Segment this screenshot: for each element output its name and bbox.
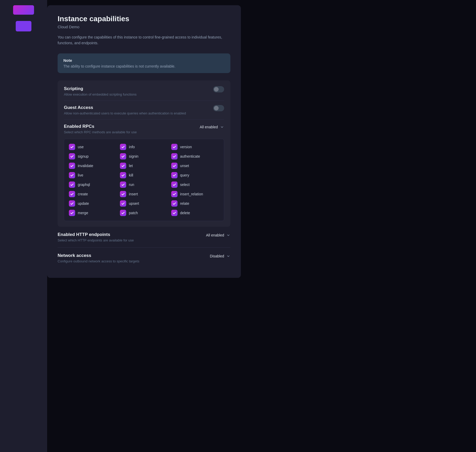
rpc-label: create <box>78 192 88 196</box>
rpc-item[interactable]: signin <box>120 153 168 159</box>
checkmark-icon <box>121 145 125 149</box>
rpc-checkbox[interactable] <box>69 200 75 207</box>
enabled-rpcs-desc: Select which RPC methods are available f… <box>64 130 137 134</box>
rpc-item[interactable]: signup <box>69 153 117 159</box>
modal-subtitle: Cloud Demo <box>58 25 230 29</box>
checkmark-icon <box>173 145 176 149</box>
checkmark-icon <box>70 145 74 149</box>
checkmark-icon <box>173 173 176 177</box>
enabled-rpcs-status: All enabled <box>200 125 218 129</box>
rpc-label: select <box>180 183 190 187</box>
rpc-checkbox[interactable] <box>69 181 75 188</box>
checkmark-icon <box>70 173 74 177</box>
checkmark-icon <box>173 202 176 205</box>
scripting-desc: Allow execution of embedded scripting fu… <box>64 92 137 96</box>
rpc-label: insert <box>129 192 138 196</box>
sidebar-nav-block <box>16 21 31 31</box>
rpc-checkbox[interactable] <box>171 172 178 178</box>
chevron-down-icon <box>220 125 224 129</box>
rpc-label: let <box>129 164 133 168</box>
rpc-grid: use info version signup signin <box>64 139 224 221</box>
network-access-desc: Configure outbound network access to spe… <box>58 259 139 263</box>
network-access-row: Network access Configure outbound networ… <box>58 247 230 268</box>
rpc-checkbox[interactable] <box>69 210 75 216</box>
rpc-checkbox[interactable] <box>120 181 126 188</box>
rpc-item[interactable]: version <box>171 144 219 150</box>
rpc-item[interactable]: graphql <box>69 181 117 188</box>
rpc-item[interactable]: update <box>69 200 117 207</box>
rpc-checkbox[interactable] <box>171 200 178 207</box>
rpc-item[interactable]: create <box>69 191 117 197</box>
rpc-label: graphql <box>78 183 90 187</box>
rpc-label: upsert <box>129 201 139 206</box>
rpc-label: signup <box>78 154 88 158</box>
rpc-checkbox[interactable] <box>171 210 178 216</box>
rpc-item[interactable]: query <box>171 172 219 178</box>
rpc-label: relate <box>180 201 189 206</box>
checkmark-icon <box>173 211 176 215</box>
note-title: Note <box>63 58 225 63</box>
rpc-item[interactable]: let <box>120 163 168 169</box>
chevron-down-icon-http <box>226 233 230 237</box>
checkmark-icon <box>70 164 74 168</box>
rpc-checkbox[interactable] <box>69 153 75 159</box>
checkmark-icon <box>70 202 74 205</box>
rpc-item[interactable]: insert_relation <box>171 191 219 197</box>
rpc-item[interactable]: patch <box>120 210 168 216</box>
network-access-dropdown[interactable]: Disabled <box>210 253 230 259</box>
rpc-checkbox[interactable] <box>171 153 178 159</box>
rpc-checkbox[interactable] <box>69 163 75 169</box>
checkmark-icon <box>70 183 74 186</box>
rpc-item[interactable]: invalidate <box>69 163 117 169</box>
rpc-checkbox[interactable] <box>69 144 75 150</box>
checkmark-icon <box>173 164 176 168</box>
rpc-label: query <box>180 173 189 177</box>
rpc-item[interactable]: select <box>171 181 219 188</box>
rpc-item[interactable]: merge <box>69 210 117 216</box>
guest-access-toggle[interactable] <box>213 105 224 111</box>
rpc-checkbox[interactable] <box>120 191 126 197</box>
rpc-item[interactable]: insert <box>120 191 168 197</box>
checkmark-icon <box>121 192 125 196</box>
guest-access-title: Guest Access <box>64 105 186 110</box>
rpc-checkbox[interactable] <box>120 200 126 207</box>
rpc-item[interactable]: delete <box>171 210 219 216</box>
rpc-checkbox[interactable] <box>120 210 126 216</box>
checkmark-icon <box>173 183 176 186</box>
rpc-item[interactable]: kill <box>120 172 168 178</box>
sidebar-logo <box>13 5 34 15</box>
rpc-checkbox[interactable] <box>120 144 126 150</box>
rpc-label: info <box>129 145 135 149</box>
rpc-checkbox[interactable] <box>120 172 126 178</box>
http-endpoints-dropdown[interactable]: All enabled <box>206 232 230 238</box>
rpc-label: version <box>180 145 192 149</box>
rpc-label: merge <box>78 211 88 215</box>
scripting-toggle[interactable] <box>213 86 224 92</box>
network-access-title: Network access <box>58 253 139 258</box>
rpc-item[interactable]: authenticate <box>171 153 219 159</box>
rpc-checkbox[interactable] <box>171 163 178 169</box>
rpc-checkbox[interactable] <box>69 172 75 178</box>
checkmark-icon <box>121 211 125 215</box>
scripting-section: Scripting Allow execution of embedded sc… <box>58 80 230 227</box>
modal-title: Instance capabilities <box>58 15 230 23</box>
scripting-title: Scripting <box>64 86 137 91</box>
checkmark-icon <box>173 192 176 196</box>
rpc-item[interactable]: info <box>120 144 168 150</box>
rpc-checkbox[interactable] <box>171 191 178 197</box>
rpc-checkbox[interactable] <box>171 144 178 150</box>
rpc-checkbox[interactable] <box>69 191 75 197</box>
rpc-item[interactable]: unset <box>171 163 219 169</box>
rpc-checkbox[interactable] <box>120 163 126 169</box>
rpc-item[interactable]: run <box>120 181 168 188</box>
instance-capabilities-modal: Instance capabilities Cloud Demo You can… <box>47 5 241 278</box>
rpc-label: run <box>129 183 134 187</box>
rpc-item[interactable]: upsert <box>120 200 168 207</box>
rpc-item[interactable]: use <box>69 144 117 150</box>
rpc-checkbox[interactable] <box>120 153 126 159</box>
enabled-rpcs-dropdown[interactable]: All enabled <box>200 124 224 130</box>
rpc-item[interactable]: relate <box>171 200 219 207</box>
rpc-item[interactable]: live <box>69 172 117 178</box>
rpc-label: insert_relation <box>180 192 203 196</box>
rpc-checkbox[interactable] <box>171 181 178 188</box>
